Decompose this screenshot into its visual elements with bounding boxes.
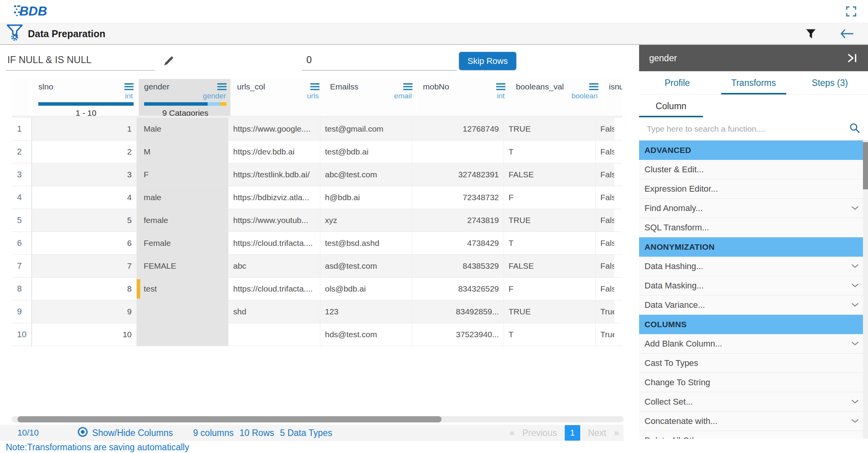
table-cell[interactable]: [412, 141, 504, 163]
table-cell[interactable]: 10: [32, 323, 136, 346]
column-header-mobNo[interactable]: mobNoint: [418, 79, 509, 116]
transform-item[interactable]: Data Masking...: [639, 276, 868, 295]
table-cell[interactable]: False: [595, 278, 614, 300]
column-header-slno[interactable]: slnoint1 - 10: [33, 79, 138, 116]
table-cell[interactable]: hds@test.com: [320, 323, 412, 346]
panel-scrollbar[interactable]: [863, 141, 868, 439]
table-cell[interactable]: T: [504, 232, 595, 254]
search-icon[interactable]: [849, 122, 860, 135]
transform-item[interactable]: Find Anomaly...: [639, 199, 868, 218]
table-cell[interactable]: https://cloud.trifacta....: [228, 278, 320, 300]
transform-item[interactable]: Cast To Types: [639, 353, 868, 373]
table-cell[interactable]: Male: [136, 118, 228, 140]
table-cell[interactable]: T: [504, 141, 595, 163]
transform-item[interactable]: Expression Editor...: [639, 179, 868, 199]
tab-column[interactable]: Column: [639, 95, 703, 117]
table-cell[interactable]: abc: [228, 255, 320, 277]
tab-profile[interactable]: Profile: [639, 71, 715, 94]
column-header-Emailss[interactable]: Emailssemail: [325, 79, 416, 116]
table-cell[interactable]: 7: [32, 255, 136, 277]
table-cell[interactable]: True: [595, 323, 614, 346]
horizontal-scrollbar-thumb[interactable]: [17, 416, 442, 422]
transform-item[interactable]: Add Blank Column...: [639, 334, 868, 353]
function-search-input[interactable]: [647, 124, 849, 134]
filter-icon[interactable]: [806, 29, 816, 39]
table-cell[interactable]: h@bdb.ai: [320, 186, 412, 209]
column-header-booleans_val[interactable]: booleans_valboolean: [510, 79, 602, 116]
table-cell[interactable]: F: [504, 278, 595, 300]
tab-transforms[interactable]: Transforms: [715, 71, 792, 94]
table-cell[interactable]: T: [504, 323, 595, 346]
table-cell[interactable]: F: [136, 163, 228, 186]
collapse-panel-icon[interactable]: [846, 53, 858, 63]
table-cell[interactable]: 12768749: [412, 118, 504, 140]
table-cell[interactable]: TRUE: [504, 118, 595, 140]
column-menu-icon[interactable]: [310, 83, 320, 90]
table-cell[interactable]: https://dev.bdb.ai: [228, 141, 320, 163]
table-cell[interactable]: False: [595, 209, 614, 232]
table-cell[interactable]: 123: [320, 300, 412, 323]
show-hide-columns-button[interactable]: Show/Hide Columns: [77, 427, 173, 439]
panel-scrollbar-thumb[interactable]: [863, 142, 868, 189]
table-cell[interactable]: [136, 323, 228, 346]
table-cell[interactable]: 37523940...: [412, 323, 504, 346]
table-cell[interactable]: True: [595, 300, 614, 323]
column-menu-icon[interactable]: [403, 83, 413, 90]
table-cell[interactable]: 72348732: [412, 186, 504, 209]
table-cell[interactable]: https://www.google....: [228, 118, 320, 140]
table-cell[interactable]: [228, 323, 320, 346]
table-cell[interactable]: False: [595, 118, 614, 140]
transform-item[interactable]: SQL Transform...: [639, 218, 868, 237]
table-cell[interactable]: False: [595, 141, 614, 163]
table-cell[interactable]: TRUE: [504, 209, 595, 232]
table-cell[interactable]: test: [136, 278, 228, 300]
table-cell[interactable]: False: [595, 255, 614, 277]
table-cell[interactable]: 83492859...: [412, 300, 504, 323]
transform-item[interactable]: Cluster & Edit...: [639, 160, 868, 179]
table-cell[interactable]: M: [136, 141, 228, 163]
table-cell[interactable]: test@bdb.ai: [320, 141, 412, 163]
table-cell[interactable]: 2743819: [412, 209, 504, 232]
table-cell[interactable]: male: [136, 186, 228, 209]
table-cell[interactable]: ols@bdb.ai: [320, 278, 412, 300]
last-page-button[interactable]: »: [614, 428, 619, 438]
table-cell[interactable]: 4: [32, 186, 136, 209]
transform-item[interactable]: Data Variance...: [639, 295, 868, 315]
table-cell[interactable]: TRUE: [504, 300, 595, 323]
table-cell[interactable]: 84385329: [412, 255, 504, 277]
transform-item[interactable]: Concatenate with...: [639, 412, 868, 431]
columns-count-link[interactable]: 9 columns: [193, 428, 234, 438]
column-header-urls_col[interactable]: urls_colurls: [232, 79, 323, 116]
table-cell[interactable]: F: [504, 186, 595, 209]
table-cell[interactable]: 8: [32, 278, 136, 300]
table-cell[interactable]: 9: [32, 300, 136, 323]
fullscreen-icon[interactable]: [846, 6, 856, 17]
table-cell[interactable]: https://www.youtub...: [228, 209, 320, 232]
transform-item[interactable]: Delete All Oth...: [639, 431, 868, 439]
edit-pencil-icon[interactable]: [163, 55, 175, 67]
data-types-link[interactable]: 5 Data Types: [280, 428, 332, 438]
table-cell[interactable]: https://cloud.trifacta....: [228, 232, 320, 254]
table-cell[interactable]: test@bsd.ashd: [320, 232, 412, 254]
column-header-gender[interactable]: gendergender9 Catagories: [139, 79, 230, 116]
table-cell[interactable]: 2: [32, 141, 136, 163]
tab-steps-3-[interactable]: Steps (3): [792, 71, 868, 94]
table-cell[interactable]: https://testlink.bdb.ai/: [228, 163, 320, 186]
table-cell[interactable]: xyz: [320, 209, 412, 232]
table-cell[interactable]: 6: [32, 232, 136, 254]
table-cell[interactable]: abc@test.com: [320, 163, 412, 186]
table-cell[interactable]: 327482391: [412, 163, 504, 186]
table-cell[interactable]: 4738429: [412, 232, 504, 254]
rows-count-link[interactable]: 10 Rows: [239, 428, 274, 438]
table-cell[interactable]: asd@test.com: [320, 255, 412, 277]
table-cell[interactable]: FEMALE: [136, 255, 228, 277]
table-cell[interactable]: FALSE: [504, 255, 595, 277]
column-menu-icon[interactable]: [217, 83, 227, 90]
table-cell[interactable]: test@gmail.com: [320, 118, 412, 140]
skip-rows-button[interactable]: Skip Rows: [459, 52, 516, 70]
table-cell[interactable]: FALSE: [504, 163, 595, 186]
next-page-button[interactable]: Next: [588, 428, 606, 438]
transform-item[interactable]: Collect Set...: [639, 392, 868, 412]
column-menu-icon[interactable]: [496, 83, 505, 90]
back-arrow-icon[interactable]: [840, 29, 854, 39]
